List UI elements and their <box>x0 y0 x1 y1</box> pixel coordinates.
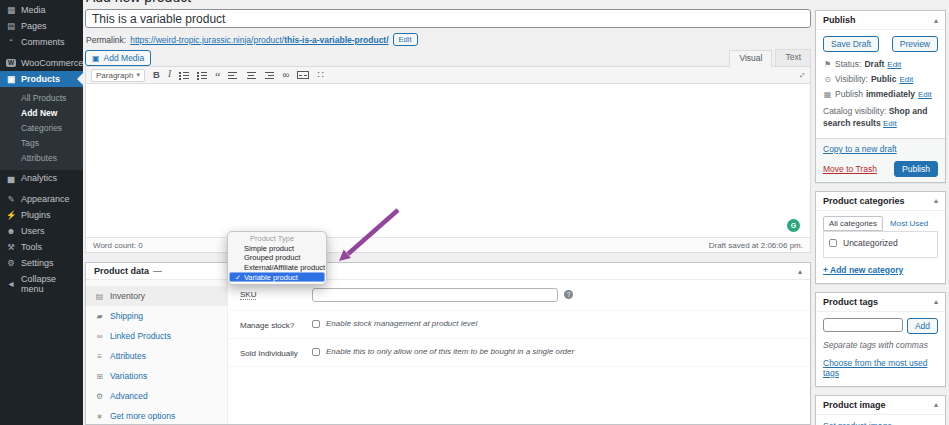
italic-button[interactable]: I <box>168 70 171 80</box>
sidebar-item-media[interactable]: ▦ Media <box>0 2 83 18</box>
sidebar-item-categories[interactable]: Categories <box>0 120 83 135</box>
option-grouped-product[interactable]: Grouped product <box>228 253 326 263</box>
publish-box-title: Publish <box>823 15 856 25</box>
move-to-trash-link[interactable]: Move to Trash <box>823 164 877 174</box>
edit-visibility-link[interactable]: Edit <box>899 75 913 84</box>
advanced-icon: ⚙ <box>95 392 104 401</box>
edit-catalog-visibility-link[interactable]: Edit <box>883 119 897 128</box>
comments-icon: “ <box>6 38 16 47</box>
publish-box: Publish ▴ Save Draft Preview ⚑ Status: D… <box>815 10 946 183</box>
collapse-caret-icon[interactable]: ▴ <box>934 400 938 409</box>
option-variable-product[interactable]: ✓ Variable product <box>229 272 325 282</box>
collapse-caret-icon[interactable]: ▴ <box>934 16 938 25</box>
panel-collapse-icon[interactable]: ▴ <box>798 267 802 276</box>
bold-button[interactable]: B <box>153 70 160 80</box>
sidebar-item-tags[interactable]: Tags <box>0 135 83 150</box>
grammarly-icon[interactable]: G <box>787 219 800 232</box>
choose-most-used-tags-link[interactable]: Choose from the most used tags <box>816 352 945 386</box>
paragraph-format-select[interactable]: Paragraph ▾ <box>91 69 145 82</box>
category-list: Uncategorized <box>823 231 938 258</box>
sold-individually-checkbox[interactable] <box>312 348 320 356</box>
sidebar-item-users[interactable]: ☻ Users <box>0 223 83 239</box>
tags-hint: Separate tags with commas <box>816 338 945 352</box>
permalink-edit-button[interactable]: Edit <box>393 33 418 46</box>
tab-get-more-options[interactable]: ∗ Get more options <box>86 406 227 425</box>
product-image-box: Product image ▴ Set product image <box>815 395 946 425</box>
read-more-tag-icon[interactable] <box>297 71 309 79</box>
tab-attributes[interactable]: ≡ Attributes <box>86 346 227 366</box>
tab-linked-products[interactable]: ∞ Linked Products <box>86 326 227 346</box>
visibility-value: Public <box>871 74 897 84</box>
collapse-menu-button[interactable]: ◄ Collapse menu <box>0 276 83 292</box>
add-tag-button[interactable]: Add <box>907 318 938 334</box>
add-new-category-link[interactable]: + Add new category <box>816 265 945 283</box>
sidebar-item-woocommerce[interactable]: W WooCommerce <box>0 55 83 71</box>
option-external-affiliate-product[interactable]: External/Affiliate product <box>228 263 326 273</box>
classic-editor: ▣ Add Media Visual Text Paragraph ▾ B I … <box>85 48 811 253</box>
numbered-list-icon[interactable] <box>197 71 207 79</box>
inventory-fields: SKU ? Manage stock? Enable stock managem… <box>228 280 810 425</box>
manage-stock-checkbox[interactable] <box>312 320 320 328</box>
edit-schedule-link[interactable]: Edit <box>918 90 932 99</box>
product-data-panel: Product data — ▴ ▤ Inventory ▰ Shipping … <box>85 262 811 425</box>
sidebar-item-tools[interactable]: ⚒ Tools <box>0 239 83 255</box>
sidebar-item-label: Plugins <box>21 210 51 220</box>
product-data-title: Product data <box>94 266 149 276</box>
tab-variations[interactable]: ⊞ Variations <box>86 366 227 386</box>
sidebar-item-label: Comments <box>21 37 65 47</box>
tools-icon: ⚒ <box>6 243 16 252</box>
sidebar-item-attributes[interactable]: Attributes <box>0 150 83 165</box>
link-icon[interactable]: ∞ <box>282 70 289 80</box>
tags-input[interactable] <box>823 318 903 332</box>
inventory-icon: ▤ <box>95 292 104 301</box>
tab-visual[interactable]: Visual <box>729 50 772 67</box>
sidebar-item-label: Tools <box>21 242 42 252</box>
editor-content-area[interactable]: G <box>86 84 810 237</box>
sidebar-item-appearance[interactable]: ✎ Appearance <box>0 191 83 207</box>
collapse-caret-icon[interactable]: ▴ <box>934 297 938 306</box>
fullscreen-icon[interactable]: ↕ <box>797 70 808 81</box>
sidebar-item-all-products[interactable]: All Products <box>0 90 83 105</box>
tab-all-categories[interactable]: All categories <box>823 216 883 231</box>
manage-stock-row: Manage stock? Enable stock management at… <box>228 311 810 339</box>
bullet-list-icon[interactable] <box>179 71 189 79</box>
sidebar-item-add-new[interactable]: Add New <box>0 105 83 120</box>
option-simple-product[interactable]: Simple product <box>228 244 326 254</box>
tab-text[interactable]: Text <box>775 49 811 66</box>
tab-inventory[interactable]: ▤ Inventory <box>86 286 227 306</box>
sku-label: SKU <box>240 290 256 300</box>
edit-status-link[interactable]: Edit <box>887 60 901 69</box>
add-media-button[interactable]: ▣ Add Media <box>85 50 151 66</box>
align-right-icon[interactable] <box>264 71 274 79</box>
tab-advanced[interactable]: ⚙ Advanced <box>86 386 227 406</box>
align-left-icon[interactable] <box>228 71 238 79</box>
sidebar-item-analytics[interactable]: ▅ Analytics <box>0 170 83 186</box>
product-title-input[interactable] <box>85 9 811 28</box>
tab-shipping[interactable]: ▰ Shipping <box>86 306 227 326</box>
sku-input[interactable] <box>312 288 558 302</box>
pages-icon: ▤ <box>6 22 16 31</box>
set-product-image-link[interactable]: Set product image <box>816 415 945 425</box>
users-icon: ☻ <box>6 227 16 236</box>
align-center-icon[interactable] <box>246 71 256 79</box>
collapse-caret-icon[interactable]: ▴ <box>934 196 938 205</box>
permalink-link[interactable]: https://weird-tropic.jurassic.ninja/prod… <box>130 35 388 45</box>
chevron-down-icon: ▾ <box>136 71 140 79</box>
schedule-value: immediately <box>866 89 915 99</box>
toolbar-toggle-icon[interactable]: ∷ <box>317 70 323 80</box>
tab-most-used[interactable]: Most Used <box>890 219 928 231</box>
product-data-separator: — <box>153 266 162 276</box>
sidebar-item-plugins[interactable]: ⚡ Plugins <box>0 207 83 223</box>
help-icon[interactable]: ? <box>564 290 573 299</box>
products-icon: ▣ <box>6 75 16 84</box>
sidebar-item-settings[interactable]: ⚙ Settings <box>0 255 83 271</box>
sidebar-item-pages[interactable]: ▤ Pages <box>0 18 83 34</box>
copy-to-new-draft-link[interactable]: Copy to a new draft <box>823 144 938 154</box>
publish-button[interactable]: Publish <box>894 161 938 177</box>
blockquote-icon[interactable]: “ <box>215 71 220 80</box>
preview-button[interactable]: Preview <box>892 36 938 52</box>
uncategorized-checkbox[interactable] <box>829 239 837 247</box>
sidebar-item-products[interactable]: ▣ Products <box>0 71 83 87</box>
save-draft-button[interactable]: Save Draft <box>823 36 879 52</box>
sidebar-item-comments[interactable]: “ Comments <box>0 34 83 50</box>
